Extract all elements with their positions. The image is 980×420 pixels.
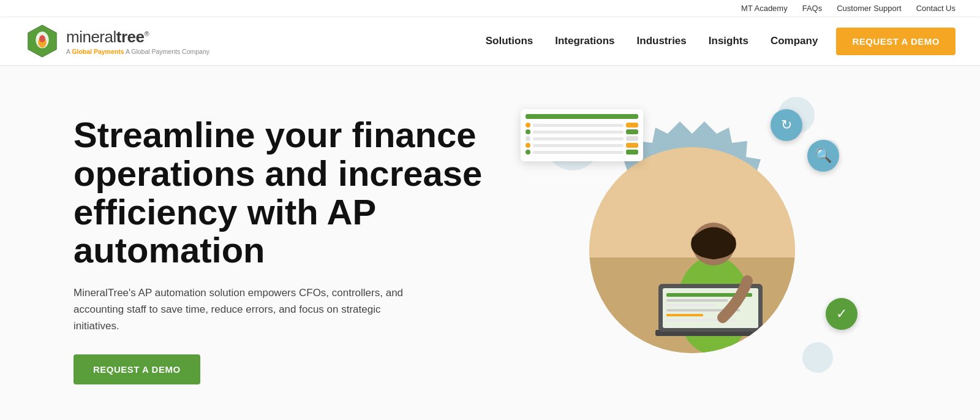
gear-container: ✓ 🔍 ↻ — [533, 91, 851, 410]
tag-orange — [626, 123, 638, 128]
logo-text: mineraltree® A Global Payments A Global … — [66, 28, 209, 55]
hero-illustration: ✓ 🔍 ↻ — [514, 91, 870, 410]
contact-us-link[interactable]: Contact Us — [916, 4, 956, 13]
checkmark-icon: ✓ — [826, 298, 858, 330]
dot-green-2 — [526, 150, 530, 155]
svg-rect-18 — [666, 314, 703, 316]
customer-support-link[interactable]: Customer Support — [837, 4, 902, 13]
logo-name: mineraltree® — [66, 28, 209, 47]
svg-rect-15 — [666, 299, 728, 302]
line-4 — [533, 144, 624, 147]
logo-icon — [24, 23, 60, 59]
refresh-icon: ↻ — [771, 109, 802, 141]
mt-academy-link[interactable]: MT Academy — [741, 4, 788, 13]
logo-subtitle: A Global Payments A Global Payments Comp… — [66, 48, 209, 55]
dashboard-header-bar — [526, 114, 638, 119]
dashboard-row-2 — [526, 129, 638, 134]
dashboard-card — [521, 109, 643, 161]
dashboard-row-1 — [526, 123, 638, 128]
dot-green — [526, 129, 530, 134]
svg-point-3 — [39, 35, 45, 42]
dashboard-row-4 — [526, 143, 638, 148]
nav-integrations[interactable]: Integrations — [555, 35, 614, 47]
nav-insights[interactable]: Insights — [709, 35, 748, 47]
hero-title: Streamline your finance operations and i… — [74, 116, 490, 270]
faqs-link[interactable]: FAQs — [802, 4, 823, 13]
nav-company[interactable]: Company — [771, 35, 818, 47]
nav-request-demo-button[interactable]: REQUEST A DEMO — [836, 28, 956, 55]
hero-section: Streamline your finance operations and i… — [0, 66, 980, 420]
nav-solutions[interactable]: Solutions — [486, 35, 533, 47]
dot-orange — [526, 123, 530, 128]
line-5 — [533, 151, 624, 154]
hero-request-demo-button[interactable]: REQUEST A DEMO — [74, 354, 200, 384]
tag-green — [626, 129, 638, 134]
dashboard-row-5 — [526, 150, 638, 155]
line-2 — [533, 131, 624, 134]
nav-industries[interactable]: Industries — [637, 35, 687, 47]
utility-bar: MT Academy FAQs Customer Support Contact… — [0, 0, 980, 17]
logo[interactable]: mineraltree® A Global Payments A Global … — [24, 23, 209, 59]
dot-orange-2 — [526, 143, 530, 148]
line-3 — [533, 137, 624, 140]
search-icon: 🔍 — [807, 140, 839, 172]
svg-rect-16 — [666, 304, 715, 307]
nav-links: Solutions Integrations Industries Insigh… — [486, 35, 818, 47]
dot-gray — [526, 136, 530, 141]
tag-orange-2 — [626, 143, 638, 148]
tag-green-2 — [626, 150, 638, 155]
line-1 — [533, 124, 624, 127]
hero-content: Streamline your finance operations and i… — [74, 116, 490, 384]
dashboard-row-3 — [526, 136, 638, 141]
hero-description: MineralTree's AP automation solution emp… — [74, 284, 429, 335]
main-nav: mineraltree® A Global Payments A Global … — [0, 17, 980, 66]
tag-gray — [626, 136, 638, 141]
